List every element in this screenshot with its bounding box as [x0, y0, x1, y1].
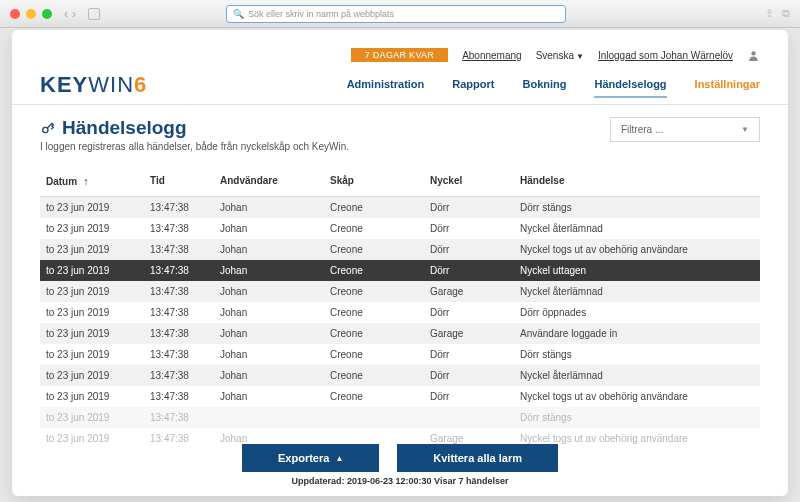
cell-user [214, 407, 324, 428]
cell-key: Dörr [424, 365, 514, 386]
cell-time: 13:47:38 [144, 260, 214, 281]
table-body: to 23 jun 201913:47:38JohanCreoneDörrDör… [40, 197, 760, 449]
cell-user: Johan [214, 302, 324, 323]
col-time[interactable]: Tid [144, 170, 214, 192]
cell-cabinet: Creone [324, 281, 424, 302]
cell-user: Johan [214, 386, 324, 407]
minimize-window-icon[interactable] [26, 9, 36, 19]
col-date[interactable]: Datum↑ [40, 170, 144, 192]
table-row[interactable]: to 23 jun 201913:47:38JohanCreoneDörrDör… [40, 344, 760, 365]
cell-user: Johan [214, 239, 324, 260]
table-row[interactable]: to 23 jun 201913:47:38Dörr stängs [40, 407, 760, 428]
cell-cabinet: Creone [324, 344, 424, 365]
close-window-icon[interactable] [10, 9, 20, 19]
address-bar[interactable]: 🔍 Sök eller skriv in namn på webbplats [226, 5, 566, 23]
filter-dropdown[interactable]: Filtrera ... ▼ [610, 117, 760, 142]
window-controls[interactable] [10, 9, 52, 19]
cell-event: Nyckel togs ut av obehörig användare [514, 239, 760, 260]
table-row[interactable]: to 23 jun 201913:47:38JohanCreoneGarageN… [40, 281, 760, 302]
acknowledge-all-alarms-button[interactable]: Kvittera alla larm [397, 444, 558, 472]
event-table: Datum↑ Tid Andvändare Skåp Nyckel Händel… [40, 166, 760, 449]
cell-time: 13:47:38 [144, 365, 214, 386]
cell-time: 13:47:38 [144, 407, 214, 428]
col-key[interactable]: Nyckel [424, 170, 514, 192]
nav-installningar[interactable]: Inställningar [695, 78, 760, 98]
cell-time: 13:47:38 [144, 344, 214, 365]
cell-user: Johan [214, 281, 324, 302]
nav-handelselogg[interactable]: Händelselogg [594, 78, 666, 98]
cell-time: 13:47:38 [144, 197, 214, 218]
col-cabinet[interactable]: Skåp [324, 170, 424, 192]
share-icon[interactable]: ⇪ [765, 7, 774, 20]
cell-time: 13:47:38 [144, 386, 214, 407]
chevron-down-icon: ▼ [576, 52, 584, 61]
language-selector[interactable]: Svenska▼ [536, 50, 584, 61]
search-icon: 🔍 [233, 9, 244, 19]
key-icon [40, 120, 56, 136]
cell-time: 13:47:38 [144, 239, 214, 260]
cell-user: Johan [214, 323, 324, 344]
svg-point-0 [751, 51, 755, 55]
maximize-window-icon[interactable] [42, 9, 52, 19]
cell-date: to 23 jun 2019 [40, 407, 144, 428]
cell-event: Dörr stängs [514, 344, 760, 365]
page-subtitle: I loggen registreras alla händelser, båd… [40, 141, 349, 152]
cell-event: Nyckel återlämnad [514, 218, 760, 239]
cell-cabinet: Creone [324, 197, 424, 218]
user-icon [747, 49, 760, 62]
cell-cabinet: Creone [324, 218, 424, 239]
export-button[interactable]: Exportera ▲ [242, 444, 379, 472]
cell-event: Användare loggade in [514, 323, 760, 344]
cell-time: 13:47:38 [144, 281, 214, 302]
chevron-down-icon: ▼ [741, 125, 749, 134]
tabs-icon[interactable]: ⧉ [782, 7, 790, 20]
table-row[interactable]: to 23 jun 201913:47:38JohanCreoneDörrDör… [40, 302, 760, 323]
table-row[interactable]: to 23 jun 201913:47:38JohanCreoneDörrNyc… [40, 386, 760, 407]
subscription-link[interactable]: Abonnemang [462, 50, 522, 61]
cell-key: Dörr [424, 218, 514, 239]
brand-logo: KEYWIN6 [40, 72, 147, 98]
table-row[interactable]: to 23 jun 201913:47:38JohanCreoneDörrNyc… [40, 365, 760, 386]
app-window: 7 DAGAR KVAR Abonnemang Svenska▼ Inlogga… [12, 30, 788, 496]
main-nav: Administration Rapport Bokning Händelsel… [347, 78, 760, 98]
tab-overview-icon[interactable] [88, 8, 100, 20]
days-remaining-badge: 7 DAGAR KVAR [351, 48, 448, 62]
nav-administration[interactable]: Administration [347, 78, 425, 98]
cell-event: Nyckel återlämnad [514, 281, 760, 302]
cell-time: 13:47:38 [144, 323, 214, 344]
cell-date: to 23 jun 2019 [40, 323, 144, 344]
table-row[interactable]: to 23 jun 201913:47:38JohanCreoneDörrDör… [40, 197, 760, 218]
ack-label: Kvittera alla larm [433, 452, 522, 464]
cell-date: to 23 jun 2019 [40, 386, 144, 407]
table-row[interactable]: to 23 jun 201913:47:38JohanCreoneDörrNyc… [40, 260, 760, 281]
filter-label: Filtrera ... [621, 124, 663, 135]
logged-in-user[interactable]: Inloggad som Johan Wärnelöv [598, 50, 733, 61]
forward-icon[interactable]: › [72, 7, 76, 21]
table-row[interactable]: to 23 jun 201913:47:38JohanCreoneDörrNyc… [40, 218, 760, 239]
header-divider [12, 104, 788, 105]
table-row[interactable]: to 23 jun 201913:47:38JohanCreoneDörrNyc… [40, 239, 760, 260]
cell-date: to 23 jun 2019 [40, 365, 144, 386]
browser-toolbar: ‹ › 🔍 Sök eller skriv in namn på webbpla… [0, 0, 800, 28]
col-user[interactable]: Andvändare [214, 170, 324, 192]
cell-key [424, 407, 514, 428]
cell-time: 13:47:38 [144, 218, 214, 239]
cell-date: to 23 jun 2019 [40, 260, 144, 281]
cell-user: Johan [214, 218, 324, 239]
cell-date: to 23 jun 2019 [40, 302, 144, 323]
history-nav[interactable]: ‹ › [64, 7, 76, 21]
nav-rapport[interactable]: Rapport [452, 78, 494, 98]
svg-point-1 [43, 127, 48, 132]
nav-bokning[interactable]: Bokning [522, 78, 566, 98]
cell-user: Johan [214, 365, 324, 386]
table-row[interactable]: to 23 jun 201913:47:38JohanCreoneGarageA… [40, 323, 760, 344]
cell-key: Dörr [424, 344, 514, 365]
cell-event: Dörr stängs [514, 407, 760, 428]
back-icon[interactable]: ‹ [64, 7, 68, 21]
table-header: Datum↑ Tid Andvändare Skåp Nyckel Händel… [40, 166, 760, 197]
language-label: Svenska [536, 50, 574, 61]
col-event[interactable]: Händelse [514, 170, 760, 192]
status-text: Uppdaterad: 2019-06-23 12:00:30 Visar 7 … [292, 476, 509, 486]
utility-bar: 7 DAGAR KVAR Abonnemang Svenska▼ Inlogga… [40, 48, 760, 62]
cell-key: Garage [424, 323, 514, 344]
